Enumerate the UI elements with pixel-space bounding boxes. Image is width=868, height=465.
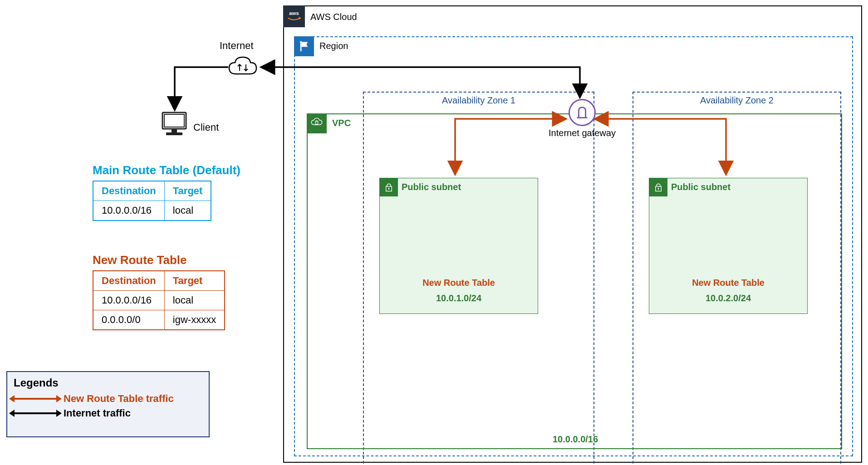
main-route-table-title: Main Route Table (Default) xyxy=(93,163,240,177)
client-label: Client xyxy=(193,122,219,133)
subnet-cidr: 10.0.2.0/24 xyxy=(649,293,807,303)
table-header: Destination xyxy=(93,181,164,201)
new-route-table-title: New Route Table xyxy=(93,253,187,267)
cloud-icon xyxy=(227,54,259,81)
subnet-cidr: 10.0.1.0/24 xyxy=(380,293,538,303)
region-label: Region xyxy=(319,41,348,51)
public-subnet-2: Public subnet New Route Table 10.0.2.0/2… xyxy=(649,178,808,314)
table-row: 10.0.0.0/16 local xyxy=(93,291,225,310)
svg-rect-0 xyxy=(162,113,186,129)
lock-icon xyxy=(380,178,398,196)
svg-rect-7 xyxy=(315,122,318,124)
aws-cloud-box: aws AWS Cloud Region Availability Zone 1… xyxy=(283,5,862,463)
table-row: 0.0.0.0/0 igw-xxxxx xyxy=(93,310,225,330)
aws-logo-icon: aws xyxy=(283,5,305,27)
table-header: Target xyxy=(164,271,225,291)
double-arrow-icon xyxy=(14,412,57,414)
main-route-table: Destination Target 10.0.0.0/16 local xyxy=(93,181,211,221)
aws-cloud-label: AWS Cloud xyxy=(310,12,357,22)
svg-rect-2 xyxy=(172,129,177,132)
lock-icon xyxy=(649,178,667,196)
vpc-label: VPC xyxy=(332,118,351,128)
table-row: 10.0.0.0/16 local xyxy=(93,201,211,221)
flag-icon xyxy=(294,36,314,56)
svg-rect-3 xyxy=(166,132,182,135)
subnet-route-label: New Route Table xyxy=(649,278,807,288)
internet-gateway-label: Internet gateway xyxy=(530,128,634,138)
vpc-cidr: 10.0.0.0/16 xyxy=(553,434,598,445)
legends-title: Legends xyxy=(14,377,202,389)
vpc-box: VPC 10.0.0.0/16 Internet gateway Public … xyxy=(307,113,842,449)
region-box: Region Availability Zone 1 Availability … xyxy=(294,36,853,456)
table-header: Target xyxy=(164,181,211,201)
az-label: Availability Zone 1 xyxy=(364,95,593,106)
legend-text: Internet traffic xyxy=(64,407,131,419)
vpc-icon xyxy=(307,113,327,133)
legend-row: New Route Table traffic xyxy=(14,393,202,405)
public-subnet-1: Public subnet New Route Table 10.0.1.0/2… xyxy=(379,178,538,314)
legend-text: New Route Table traffic xyxy=(64,393,174,405)
internet-gateway-icon xyxy=(569,99,596,126)
client-icon xyxy=(160,111,189,137)
svg-rect-1 xyxy=(164,114,184,127)
subnet-label: Public subnet xyxy=(671,182,731,192)
subnet-route-label: New Route Table xyxy=(380,278,538,288)
subnet-label: Public subnet xyxy=(402,182,461,192)
legends-box: Legends New Route Table traffic Internet… xyxy=(6,371,210,437)
double-arrow-icon xyxy=(14,398,57,400)
legend-row: Internet traffic xyxy=(14,407,202,419)
new-route-table: Destination Target 10.0.0.0/16 local 0.0… xyxy=(93,270,225,330)
internet-label: Internet xyxy=(220,40,254,52)
svg-point-6 xyxy=(300,41,302,43)
az-label: Availability Zone 2 xyxy=(633,95,840,106)
svg-rect-5 xyxy=(300,42,302,51)
svg-text:aws: aws xyxy=(289,10,299,16)
table-header: Destination xyxy=(93,271,164,291)
